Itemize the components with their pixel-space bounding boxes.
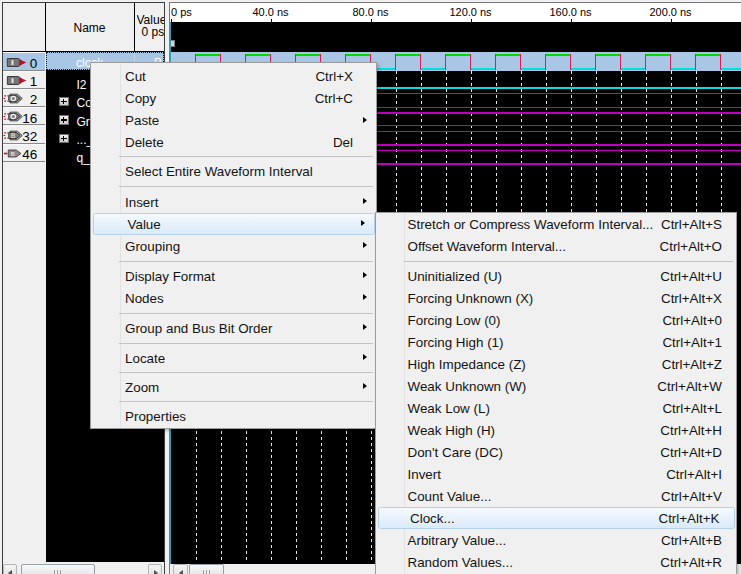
svg-text:B: B <box>11 132 16 139</box>
svg-text:B: B <box>11 150 15 157</box>
